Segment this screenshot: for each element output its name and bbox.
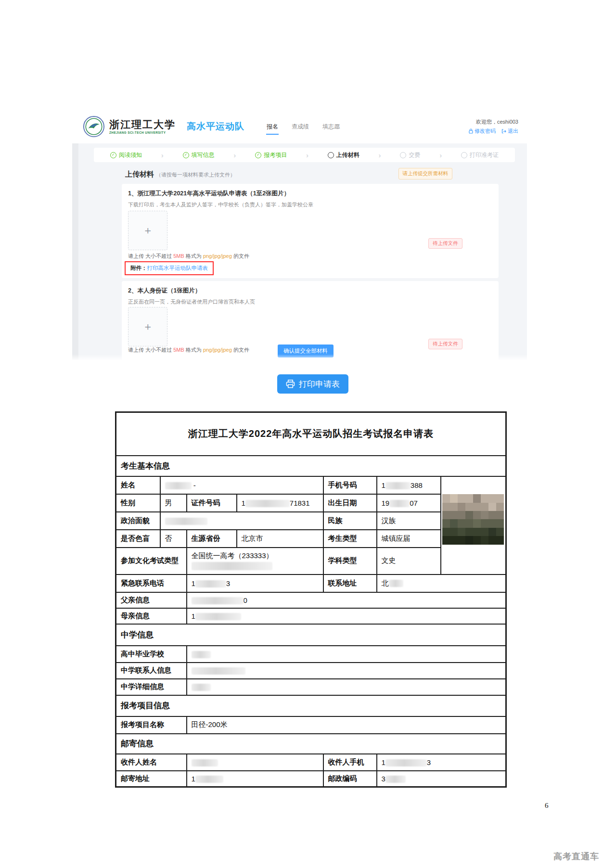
nav-item-scores[interactable]: 查成绩 — [291, 119, 309, 135]
material-card-id-card: 2、本人身份证（1张图片） 正反面在同一页，无身份证者使用户口簿首页和本人页 ＋… — [122, 281, 499, 361]
page-body: ✓ 阅读须知 › ✓ 填写信息 › ✓ 报考项目 › 上传材料 › — [72, 143, 527, 360]
material-desc: 下载打印后，考生本人及监护人签字，中学校长（负责人）签字，加盖学校公章 — [128, 201, 313, 208]
portal-title: 高水平运动队 — [187, 120, 244, 133]
table-row: 紧急联系电话 13 联系地址 北 — [116, 574, 506, 592]
emergency-phone-value: 13 — [187, 574, 323, 592]
photo-cell — [441, 476, 506, 574]
step-payment[interactable]: 交费 — [400, 151, 420, 159]
chevron-right-icon: › — [439, 151, 442, 159]
nav-item-signup[interactable]: 报名 — [266, 119, 279, 135]
step-choose-project[interactable]: ✓ 报考项目 — [255, 151, 287, 159]
mail-address-value: 1 — [187, 771, 323, 787]
recipient-phone-value: 13 — [377, 754, 506, 771]
attachment-download-link[interactable]: 打印高水平运动队申请表 — [147, 265, 208, 272]
table-row: 报考项目名称 田径-200米 — [116, 716, 506, 734]
size-note: 请上传 大小不超过 5MB 格式为 png/jpg/jpeg 的文件 — [128, 253, 249, 260]
upload-required-warning-button[interactable]: 请上传提交所需材料 — [398, 168, 453, 179]
subject-type-value: 文史 — [377, 548, 441, 574]
document-page: 浙江理工大学 ZHEJIANG SCI-TECH UNIVERSITY 高水平运… — [0, 0, 616, 868]
applicant-photo-blurred — [442, 494, 504, 545]
university-logo — [83, 115, 105, 138]
table-row: 收件人姓名 收件人手机 13 — [116, 754, 506, 771]
candidate-type-value: 城镇应届 — [377, 530, 441, 548]
radio-circle-icon — [400, 152, 406, 158]
watermark: 高考直通车 — [553, 851, 599, 862]
section-project-info: 报考项目信息 — [116, 695, 506, 716]
section-mail-info: 邮寄信息 — [116, 734, 506, 754]
table-row: 母亲信息 1 — [116, 608, 506, 624]
phone-value: 1388 — [377, 476, 441, 494]
change-password-link[interactable]: 修改密码 — [469, 128, 496, 135]
brand-text: 浙江理工大学 ZHEJIANG SCI-TECH UNIVERSITY — [109, 119, 176, 134]
high-school-value — [187, 646, 506, 663]
nav-item-preferences[interactable]: 填志愿 — [322, 119, 340, 135]
size-note: 请上传 大小不超过 5MB 格式为 png/jpg/jpeg 的文件 — [128, 346, 249, 354]
table-row: 高中毕业学校 — [116, 646, 506, 663]
upload-dropzone[interactable]: ＋ — [128, 307, 167, 346]
step-print-ticket[interactable]: 打印准考证 — [461, 151, 499, 159]
exam-type-value: 全国统一高考（233333） — [187, 548, 323, 574]
check-circle-icon: ✓ — [110, 152, 116, 158]
university-name-en: ZHEJIANG SCI-TECH UNIVERSITY — [109, 131, 176, 134]
printer-icon — [286, 380, 295, 388]
pending-upload-badge[interactable]: 待上传文件 — [428, 238, 462, 249]
steps-bar: ✓ 阅读须知 › ✓ 填写信息 › ✓ 报考项目 › 上传材料 › — [94, 148, 515, 162]
contact-address-value: 北 — [377, 574, 506, 592]
plus-icon: ＋ — [142, 319, 153, 334]
material-title: 1、浙江理工大学2021年高水平运动队申请表（1至2张图片） — [128, 190, 290, 198]
screenshot-fade — [72, 354, 527, 361]
university-name-cn: 浙江理工大学 — [109, 119, 176, 129]
section-school-info: 中学信息 — [116, 624, 506, 646]
logout-link[interactable]: 退出 — [501, 128, 518, 135]
check-circle-icon: ✓ — [183, 152, 189, 158]
table-row: 邮寄地址 1 邮政编码 3 — [116, 771, 506, 787]
upload-dropzone[interactable]: ＋ — [128, 211, 167, 250]
recipient-name-value — [187, 754, 323, 771]
step-upload-materials[interactable]: 上传材料 — [328, 151, 359, 159]
father-info-value: 0 — [187, 592, 506, 608]
lock-icon — [469, 128, 473, 134]
step-fill-info[interactable]: ✓ 填写信息 — [183, 151, 215, 159]
mother-info-value: 1 — [187, 608, 506, 624]
check-circle-icon: ✓ — [255, 152, 261, 158]
section-title: 上传材料（请按每一项材料要求上传文件） — [125, 170, 235, 179]
project-name-value: 田径-200米 — [187, 716, 506, 734]
material-title: 2、本人身份证（1张图片） — [128, 287, 201, 295]
table-row: 中学联系人信息 — [116, 663, 506, 679]
logout-icon — [501, 129, 506, 134]
color-blind-value: 否 — [160, 530, 187, 548]
pending-upload-badge[interactable]: 待上传文件 — [428, 339, 462, 349]
school-contact-value — [187, 663, 506, 679]
province-value: 北京市 — [237, 530, 323, 548]
brand: 浙江理工大学 ZHEJIANG SCI-TECH UNIVERSITY 高水平运… — [83, 115, 244, 138]
site-header: 浙江理工大学 ZHEJIANG SCI-TECH UNIVERSITY 高水平运… — [72, 110, 527, 143]
plus-icon: ＋ — [142, 223, 153, 238]
chevron-right-icon: › — [161, 151, 164, 159]
name-value: - — [160, 476, 323, 494]
political-value — [160, 512, 323, 530]
chevron-right-icon: › — [233, 151, 236, 159]
section-basic-info: 考生基本信息 — [116, 456, 506, 476]
ethnic-value: 汉族 — [377, 512, 441, 530]
gender-value: 男 — [160, 494, 187, 512]
user-area: 欢迎您，ceshi003 修改密码 退出 — [469, 118, 518, 135]
chevron-right-icon: › — [379, 151, 381, 159]
postal-code-value: 3 — [377, 771, 506, 787]
birth-value: 1907 — [377, 494, 441, 512]
radio-circle-icon — [461, 152, 467, 158]
id-number-value: 171831 — [237, 494, 323, 512]
left-gutter — [72, 143, 78, 360]
attachment-highlight-box: 附件： 打印高水平运动队申请表 — [125, 261, 214, 275]
radio-circle-icon — [328, 152, 334, 158]
school-detail-value — [187, 679, 506, 695]
print-application-button[interactable]: 打印申请表 — [277, 374, 348, 394]
page-number: 6 — [545, 802, 549, 810]
section-subtitle: （请按每一项材料要求上传文件） — [156, 172, 235, 178]
step-read-notice[interactable]: ✓ 阅读须知 — [110, 151, 142, 159]
table-row: 父亲信息 0 — [116, 592, 506, 608]
application-form-table: 浙江理工大学2022年高水平运动队招生考试报名申请表 考生基本信息 姓名 - 手… — [115, 411, 507, 788]
material-card-application-form: 1、浙江理工大学2021年高水平运动队申请表（1至2张图片） 下载打印后，考生本… — [122, 184, 499, 278]
welcome-text: 欢迎您，ceshi003 — [469, 118, 518, 126]
attachment-label: 附件： — [130, 265, 147, 272]
main-nav: 报名 查成绩 填志愿 — [266, 119, 340, 135]
